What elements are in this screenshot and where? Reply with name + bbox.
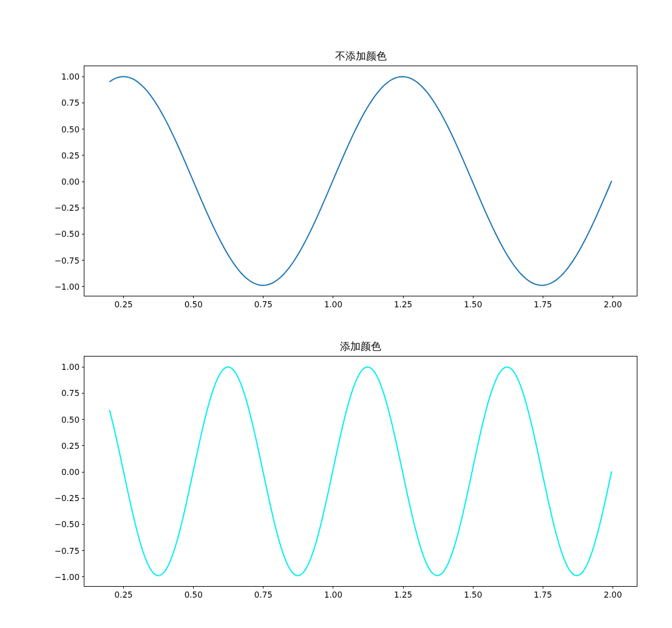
ytick-label: −0.50 — [55, 229, 84, 239]
xtick-label: 1.25 — [394, 586, 412, 599]
chart-title-bottom: 添加颜色 — [84, 340, 637, 353]
ytick-label: 0.25 — [61, 441, 84, 451]
xtick-label: 1.75 — [534, 296, 552, 309]
ytick-label: −0.50 — [55, 519, 84, 529]
ytick-label: −0.25 — [55, 203, 84, 213]
figure: 不添加颜色 −1.00−0.75−0.50−0.250.000.250.500.… — [0, 0, 672, 628]
ytick-label: −1.00 — [55, 572, 84, 582]
ytick-label: −0.25 — [55, 493, 84, 503]
ytick-label: 0.50 — [61, 415, 84, 425]
plot-area-top — [84, 66, 637, 296]
xtick-label: 0.75 — [254, 586, 273, 599]
xtick-label: 0.50 — [185, 296, 203, 309]
ytick-label: −0.75 — [55, 256, 84, 265]
line-series — [109, 77, 611, 285]
line-series — [109, 367, 611, 576]
xtick-label: 0.25 — [115, 296, 133, 309]
xtick-label: 2.00 — [603, 586, 622, 599]
ytick-label: 0.75 — [61, 98, 84, 108]
ytick-label: 0.50 — [61, 125, 84, 134]
ytick-label: 0.25 — [61, 151, 84, 160]
chart-title-top: 不添加颜色 — [84, 49, 637, 63]
axes-top: 不添加颜色 −1.00−0.75−0.50−0.250.000.250.500.… — [84, 66, 637, 296]
ytick-label: −1.00 — [55, 282, 84, 292]
xtick-label: 1.00 — [324, 296, 342, 309]
xtick-label: 0.25 — [115, 586, 133, 599]
xtick-label: 1.00 — [324, 586, 342, 599]
xtick-label: 1.25 — [394, 296, 412, 309]
xtick-label: 1.50 — [464, 586, 482, 599]
plot-area-bottom — [84, 357, 637, 586]
ytick-label: 0.00 — [61, 177, 84, 186]
ytick-label: 1.00 — [61, 362, 84, 372]
xtick-label: 2.00 — [603, 296, 622, 309]
ytick-label: 1.00 — [61, 72, 84, 81]
ytick-label: 0.75 — [61, 388, 84, 398]
xtick-label: 1.75 — [534, 586, 552, 599]
ytick-label: 0.00 — [61, 467, 84, 477]
xtick-label: 1.50 — [464, 296, 482, 309]
xtick-label: 0.75 — [254, 296, 273, 309]
ytick-label: −0.75 — [55, 546, 84, 556]
axes-bottom: 添加颜色 −1.00−0.75−0.50−0.250.000.250.500.7… — [84, 356, 637, 587]
xtick-label: 0.50 — [185, 586, 203, 599]
